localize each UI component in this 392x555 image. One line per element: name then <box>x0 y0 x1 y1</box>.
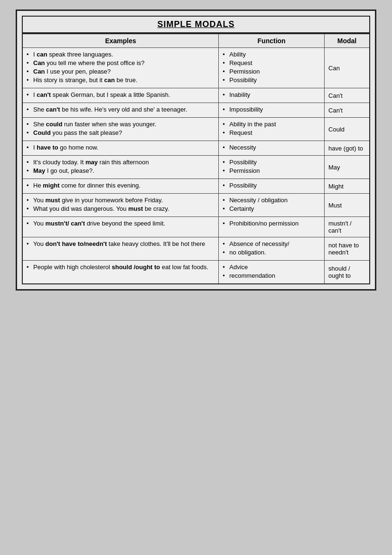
examples-cell-2: She can't be his wife. He's very old and… <box>22 103 219 118</box>
examples-cell-7: You must give in your homework before Fr… <box>22 194 219 217</box>
page-title: SIMPLE MODALS <box>157 19 234 29</box>
modal-cell-4: have (got) to <box>325 141 370 156</box>
function-cell-0: AbilityRequestPermissionPossibility <box>219 48 325 88</box>
page: SIMPLE MODALS Examples Function Modal I … <box>16 9 376 291</box>
function-cell-9: Absence of necessity/no obligation. <box>219 237 325 261</box>
function-cell-3: Ability in the pastRequest <box>219 118 325 141</box>
examples-cell-8: You mustn't/ can't drive beyond the spee… <box>22 217 219 237</box>
title-box: SIMPLE MODALS <box>22 16 370 33</box>
function-header: Function <box>219 34 325 48</box>
modal-cell-7: Must <box>325 194 370 217</box>
function-cell-10: Advicerecommendation <box>219 261 325 284</box>
table-wrapper: Examples Function Modal I can speak thre… <box>22 33 370 284</box>
modal-header: Modal <box>325 34 370 48</box>
examples-header: Examples <box>22 34 219 48</box>
function-cell-7: Necessity / obligationCertainty <box>219 194 325 217</box>
examples-cell-3: She could run faster when she was younge… <box>22 118 219 141</box>
function-cell-2: Impossibility <box>219 103 325 118</box>
modal-cell-10: should / ought to <box>325 261 370 284</box>
modal-cell-6: Might <box>325 179 370 194</box>
modal-cell-9: not have to needn't <box>325 237 370 261</box>
examples-cell-10: People with high cholesterol should /oug… <box>22 261 219 284</box>
modal-cell-1: Can't <box>325 88 370 103</box>
examples-cell-9: You don't have to/needn't take heavy clo… <box>22 237 219 261</box>
modal-cell-5: May <box>325 156 370 179</box>
modal-cell-3: Could <box>325 118 370 141</box>
examples-cell-5: It's cloudy today. It may rain this afte… <box>22 156 219 179</box>
function-cell-1: Inability <box>219 88 325 103</box>
function-cell-6: Possibility <box>219 179 325 194</box>
modal-cell-2: Can't <box>325 103 370 118</box>
function-cell-5: PossibilityPermission <box>219 156 325 179</box>
examples-cell-0: I can speak three languages.Can you tell… <box>22 48 219 88</box>
function-cell-4: Necessity <box>219 141 325 156</box>
modal-cell-0: Can <box>325 48 370 88</box>
modal-cell-8: mustn't / can't <box>325 217 370 237</box>
examples-cell-6: He might come for dinner this evening. <box>22 179 219 194</box>
function-cell-8: Prohibition/no permission <box>219 217 325 237</box>
modals-table: Examples Function Modal I can speak thre… <box>22 33 370 284</box>
examples-cell-4: I have to go home now. <box>22 141 219 156</box>
examples-cell-1: I can't speak German, but I speak a litt… <box>22 88 219 103</box>
